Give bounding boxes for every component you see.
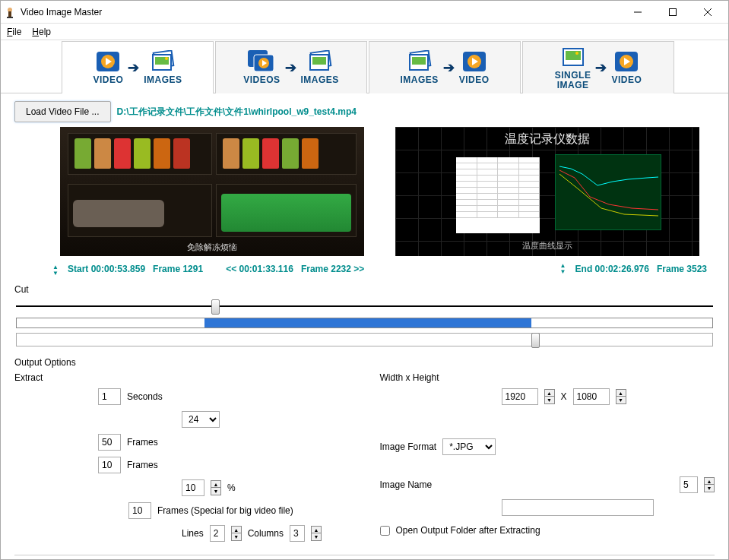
- height-input[interactable]: [573, 388, 610, 405]
- columns-label: Columns: [248, 528, 284, 539]
- loaded-file-path: D:\工作记录文件\工作文件\文件1\whirlpool_w9_test4.mp…: [117, 106, 357, 119]
- tab-videos-to-images[interactable]: VIDEOS ➔ IMAGES: [215, 41, 367, 93]
- close-button[interactable]: [690, 1, 725, 24]
- bigfile-frames-input[interactable]: [128, 502, 151, 519]
- image-format-label: Image Format: [380, 441, 437, 452]
- maximize-button[interactable]: [655, 1, 690, 24]
- start-frame-label: Frame 1291: [153, 264, 203, 274]
- extract-label: Extract: [14, 372, 350, 383]
- preview-end-frame[interactable]: 温度记录仪数据 温度曲线显示: [395, 127, 699, 256]
- svg-rect-4: [670, 8, 677, 15]
- arrow-icon: ➔: [128, 59, 139, 76]
- tab-single-image-to-video[interactable]: SINGLEIMAGE ➔ VIDEO: [522, 41, 674, 93]
- lines-input[interactable]: [210, 525, 225, 542]
- x-label: X: [561, 391, 567, 402]
- load-video-button[interactable]: Load Video File ...: [14, 101, 111, 122]
- window-title: Video Image Master: [21, 7, 620, 17]
- preview-caption: 免除解冻烦恼: [60, 242, 364, 253]
- fps-select[interactable]: 24: [182, 411, 220, 428]
- app-icon: [4, 6, 16, 18]
- columns-input[interactable]: [290, 525, 305, 542]
- cut-label: Cut: [14, 284, 715, 295]
- image-name-label: Image Name: [380, 479, 433, 490]
- svg-point-29: [575, 52, 578, 55]
- playhead-slider[interactable]: [16, 298, 713, 316]
- minimize-button[interactable]: [620, 1, 655, 24]
- image-name-digits-spinner[interactable]: ▲▼: [704, 477, 715, 492]
- start-frame-spinner[interactable]: ▲▼: [51, 264, 60, 277]
- arrow-icon: ➔: [595, 59, 607, 76]
- percent-spinner[interactable]: ▲▼: [211, 480, 221, 495]
- width-spinner[interactable]: ▲▼: [544, 389, 555, 404]
- frames2-label: Frames: [127, 460, 158, 470]
- menubar: File Help: [1, 24, 728, 40]
- tab-video-to-images[interactable]: VIDEO ➔ IMAGES: [62, 41, 214, 93]
- titlebar: Video Image Master: [1, 1, 728, 24]
- lines-spinner[interactable]: ▲▼: [231, 526, 242, 541]
- end-frame-spinner[interactable]: ▲▼: [559, 263, 568, 275]
- cut-end-slider[interactable]: [16, 333, 713, 346]
- svg-rect-28: [566, 51, 581, 60]
- slider-thumb-end[interactable]: [531, 333, 540, 348]
- menu-file[interactable]: File: [7, 27, 21, 37]
- width-input[interactable]: [502, 388, 538, 405]
- cut-range-bar[interactable]: [16, 318, 713, 328]
- chart-title: 温度记录仪数据: [395, 131, 699, 147]
- image-name-input[interactable]: [502, 499, 654, 516]
- seconds-label: Seconds: [127, 391, 163, 402]
- output-options-label: Output Options: [14, 357, 715, 368]
- slider-thumb[interactable]: [211, 299, 220, 315]
- columns-spinner[interactable]: ▲▼: [311, 526, 322, 541]
- svg-rect-20: [312, 57, 326, 65]
- percent-label: %: [227, 482, 236, 493]
- width-height-label: Width x Height: [380, 372, 715, 383]
- image-format-select[interactable]: *.JPG: [442, 438, 496, 455]
- mid-time-label: << 00:01:33.116: [226, 264, 293, 274]
- seconds-input[interactable]: [98, 388, 121, 405]
- height-spinner[interactable]: ▲▼: [616, 389, 626, 404]
- end-frame-label: Frame 3523: [657, 264, 707, 274]
- open-output-folder-checkbox[interactable]: [380, 526, 390, 536]
- svg-point-13: [165, 57, 168, 60]
- arrow-icon: ➔: [285, 59, 296, 76]
- start-time-label: Start 00:00:53.859: [68, 264, 145, 274]
- tab-images-to-video[interactable]: IMAGES ➔ VIDEO: [369, 41, 521, 93]
- chart-footer: 温度曲线显示: [395, 240, 699, 252]
- svg-rect-2: [7, 17, 13, 18]
- arrow-icon: ➔: [443, 59, 455, 76]
- open-output-folder-label: Open Output Folder after Extracting: [396, 525, 540, 536]
- end-time-label: End 00:02:26.976: [575, 264, 649, 274]
- svg-rect-1: [8, 11, 11, 17]
- frames2-input[interactable]: [98, 457, 121, 473]
- image-name-digits[interactable]: [680, 476, 698, 493]
- percent-input[interactable]: [182, 479, 204, 496]
- mid-frame-label: Frame 2232 >>: [301, 264, 364, 274]
- menu-help[interactable]: Help: [32, 27, 51, 37]
- lines-label: Lines: [182, 528, 204, 539]
- frames1-input[interactable]: [98, 434, 121, 451]
- tabs-row: VIDEO ➔ IMAGES VIDEOS ➔ IMAGES IMAGES ➔ …: [1, 40, 728, 93]
- separator: [14, 555, 715, 555]
- bigfile-frames-label: Frames (Special for big video file): [157, 505, 293, 516]
- preview-start-frame[interactable]: 免除解冻烦恼: [60, 127, 364, 256]
- svg-rect-23: [412, 57, 426, 65]
- frames1-label: Frames: [127, 437, 158, 448]
